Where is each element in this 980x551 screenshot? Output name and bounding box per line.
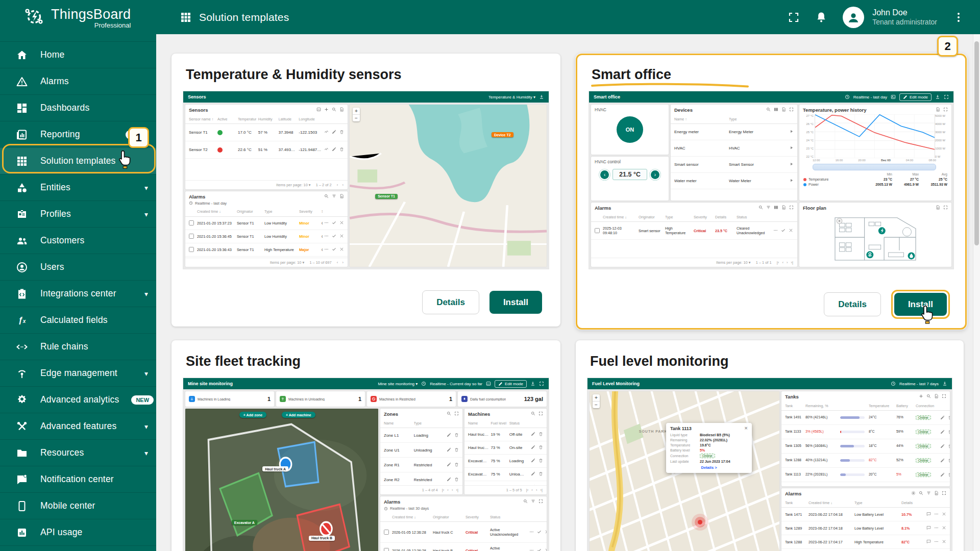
sidebar-item-customers[interactable]: Customers — [0, 227, 156, 254]
card-title: Fuel level monitoring — [576, 340, 964, 378]
dots-icon — [529, 530, 534, 535]
timewindow-label: Realtime - last 30 days — [390, 506, 429, 511]
sidebar-item-entities[interactable]: Entities▾ — [0, 174, 156, 201]
close-icon — [789, 228, 793, 234]
sidebar-item-home[interactable]: Home — [0, 41, 156, 68]
search-icon — [447, 411, 451, 417]
reporting-icon — [16, 129, 28, 141]
logo[interactable]: ThingsBoard Professional — [0, 0, 156, 36]
edit-icon — [332, 147, 336, 153]
search-icon — [332, 107, 336, 113]
edit-icon — [447, 462, 451, 468]
sidebar-item-label: Profiles — [40, 209, 71, 219]
fullscreen-icon[interactable] — [788, 11, 800, 23]
row-actions — [939, 415, 950, 420]
table-row: Smart sensorSmart Sensor — [671, 157, 797, 173]
export-icon — [936, 205, 940, 211]
edit-icon — [940, 430, 945, 435]
chevron-down-icon: ▾ — [144, 449, 148, 457]
user-role: Tenant administrator — [872, 18, 937, 27]
sidebar-item-label: Mobile center — [40, 500, 95, 511]
sidebar-item-mobile-center[interactable]: Mobile center — [0, 492, 156, 519]
check-icon — [537, 530, 542, 535]
export-icon — [781, 107, 786, 113]
row-actions — [530, 548, 547, 551]
row-actions — [939, 444, 950, 449]
avatar[interactable] — [843, 7, 864, 28]
kebab-menu-icon[interactable] — [952, 11, 965, 23]
details-button[interactable]: Details — [824, 292, 881, 316]
sidebar-item-notification-center[interactable]: Notification center — [0, 466, 156, 492]
fullscreen-icon — [942, 394, 946, 399]
trash-icon — [948, 458, 950, 463]
trash-icon — [454, 462, 459, 468]
level-bar — [840, 416, 865, 419]
table-row: Tank 111322% (20281L)20°C5%Online — [781, 468, 950, 482]
notifications-bell-icon[interactable] — [815, 11, 827, 23]
play-icon — [789, 145, 794, 151]
user-block[interactable]: John Doe Tenant administrator — [872, 8, 937, 27]
dots-icon — [324, 220, 329, 226]
dots-icon — [934, 539, 939, 545]
table-pagination: 1 – 5 of 5 |‹ ‹ › ›| — [464, 485, 547, 494]
sidebar-item-alarms[interactable]: Alarms — [0, 68, 156, 94]
increase-button: › — [651, 170, 659, 179]
row-actions — [444, 433, 459, 438]
widget-title: Alarms — [785, 491, 801, 496]
sidebar-item-label: Entities — [40, 182, 70, 193]
sidebar-item-label: Rule chains — [40, 341, 88, 352]
sparkline-icon — [324, 147, 329, 153]
sidebar-item-advanced-analytics[interactable]: Advanced analyticsNEW — [0, 386, 156, 413]
row-actions — [783, 129, 794, 135]
tank-popup: Tank 1113✕Liquid typeBiodiesel B5 (5%)Re… — [666, 423, 752, 473]
row-actions — [939, 430, 950, 435]
table-row: Tank 11032023-06-22 17:04:17Low Fuel Lev… — [781, 549, 950, 551]
sidebar-item-users[interactable]: Users — [0, 254, 156, 280]
card-title: Smart office — [577, 55, 685, 91]
dashboard-title: Sensors — [188, 94, 206, 99]
table-row: 2026-01-05 12:36:28Haul truck COutside m… — [380, 522, 547, 543]
dots-icon — [773, 228, 778, 234]
scrollbar-thumb[interactable] — [974, 41, 979, 245]
timewindow-label: Realtime - last day — [195, 201, 227, 206]
card-title: Site fleet tracking — [172, 340, 560, 378]
page-scrollbar[interactable] — [973, 34, 980, 551]
sidebar-item-integrations-center[interactable]: Integrations center▾ — [0, 280, 156, 307]
edit-icon — [531, 458, 535, 464]
edit-icon — [447, 433, 451, 438]
edge-icon — [16, 367, 28, 380]
row-checkbox — [384, 548, 389, 551]
fullscreen-icon — [942, 491, 946, 496]
sidebar-item-resources[interactable]: Resources▾ — [0, 439, 156, 466]
table-row: 2021-01-20 15:36:43Sensor T1High Tempera… — [185, 243, 348, 257]
details-button[interactable]: Details — [422, 290, 479, 314]
edit-icon — [940, 472, 945, 478]
sidebar-item-white-labeling[interactable]: White labeling — [0, 545, 156, 551]
edit-icon — [940, 415, 945, 420]
sidebar-item-calculated-fields[interactable]: ƒxCalculated fields — [0, 307, 156, 333]
annotation-step-1: 1 — [128, 127, 149, 148]
sidebar-item-profiles[interactable]: Profiles▾ — [0, 201, 156, 227]
row-checkbox — [595, 228, 600, 233]
download-icon — [942, 381, 947, 386]
edit-mode-button: Edit mode — [899, 93, 932, 101]
thingsboard-logo-icon — [22, 5, 46, 31]
sidebar-item-advanced-features[interactable]: Advanced features▾ — [0, 413, 156, 439]
install-button[interactable]: Install — [489, 291, 542, 314]
row-actions — [925, 525, 946, 531]
status-badge: Online — [916, 415, 931, 420]
annotation-step-2: 2 — [937, 36, 958, 57]
table-row: Energy meterEnergy Meter — [671, 124, 797, 140]
fullscreen-icon — [789, 107, 794, 113]
export-icon — [934, 394, 939, 399]
check-icon — [332, 247, 336, 253]
sidebar-item-api-usage[interactable]: API usage — [0, 519, 156, 545]
sidebar-item-dashboards[interactable]: Dashboards — [0, 94, 156, 121]
play-icon — [789, 162, 794, 167]
sidebar-item-edge-management[interactable]: Edge management▾ — [0, 360, 156, 386]
filter-icon — [766, 205, 771, 211]
customers-icon — [16, 235, 28, 247]
sidebar-item-rule-chains[interactable]: Rule chains — [0, 333, 156, 360]
check-icon — [332, 220, 336, 226]
search-icon — [926, 394, 931, 399]
